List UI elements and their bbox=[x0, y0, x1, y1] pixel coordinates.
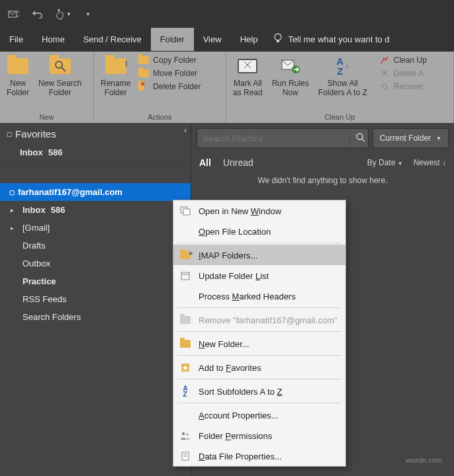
ctx-open-file-location[interactable]: Open File Location bbox=[173, 221, 345, 241]
nav-folder-inbox[interactable]: ▸Inbox 586 bbox=[0, 201, 191, 219]
search-row: Current Folder ▼ bbox=[191, 123, 454, 152]
qat-customize-icon[interactable]: ▼ bbox=[81, 7, 95, 21]
navigation-pane: ‹ ▢ Favorites Inbox 586 ▢ farhanatif167@… bbox=[0, 123, 191, 476]
sort-by-dropdown[interactable]: By Date ▼ bbox=[367, 158, 403, 167]
ctx-new-folder[interactable]: New Folder... bbox=[173, 333, 345, 354]
nav-folder-drafts[interactable]: Drafts bbox=[0, 237, 191, 255]
chevron-down-icon: ▢ bbox=[9, 189, 15, 196]
chevron-down-icon: ▢ bbox=[7, 131, 13, 138]
tab-help[interactable]: Help bbox=[231, 28, 267, 51]
ctx-folder-permissions-label: Folder Permissions bbox=[199, 431, 272, 441]
nav-folder-search-folders[interactable]: Search Folders bbox=[0, 308, 191, 326]
nav-folder-outbox[interactable]: Outbox bbox=[0, 255, 191, 272]
delete-folder-button[interactable]: × Delete Folder bbox=[136, 81, 203, 93]
expand-icon: ▸ bbox=[11, 225, 17, 231]
favorites-header[interactable]: ▢ Favorites bbox=[0, 123, 191, 143]
search-input[interactable] bbox=[203, 134, 344, 143]
quick-access-toolbar: ▼ ▼ bbox=[0, 0, 454, 28]
ctx-sort-subfolders[interactable]: AZ Sort Subfolders A to Z bbox=[173, 381, 345, 401]
rename-folder-icon: I bbox=[105, 55, 127, 77]
undo-icon[interactable] bbox=[30, 7, 45, 21]
search-folder-icon bbox=[49, 55, 71, 77]
ctx-data-file-properties[interactable]: Data File Properties... bbox=[173, 446, 345, 466]
tell-me-text: Tell me what you want to d bbox=[288, 34, 389, 44]
show-all-folders-button[interactable]: AZ↓ Show All Folders A to Z bbox=[314, 54, 371, 112]
nav-folder-label: [Gmail] bbox=[23, 223, 50, 233]
new-folder-label: New Folder bbox=[7, 79, 29, 98]
svg-point-14 bbox=[182, 432, 185, 435]
chevron-down-icon: ▼ bbox=[436, 136, 441, 141]
ctx-update-folder-list-label: Update Folder List bbox=[199, 271, 269, 281]
folder-icon bbox=[7, 55, 29, 77]
tab-folder[interactable]: Folder bbox=[151, 28, 194, 51]
rename-folder-button[interactable]: I Rename Folder bbox=[97, 54, 134, 112]
ctx-process-marked-headers[interactable]: Process Marked Headers bbox=[173, 286, 345, 306]
mark-all-read-button[interactable]: Mark All as Read bbox=[229, 54, 267, 112]
group-cleanup-label: Clean Up bbox=[229, 112, 451, 123]
ctx-account-properties[interactable]: Account Properties... bbox=[173, 405, 345, 425]
ctx-add-favorites[interactable]: Add to Favorites bbox=[173, 357, 345, 377]
run-rules-button[interactable]: Run Rules Now bbox=[268, 54, 313, 112]
ctx-remove-account: Remove "farhanatif167@gmail.com" bbox=[173, 309, 345, 330]
ctx-open-new-window-label: Open in New Window bbox=[199, 206, 281, 216]
filter-all[interactable]: All bbox=[199, 157, 211, 168]
copy-folder-label: Copy Folder bbox=[153, 56, 196, 65]
search-scope-dropdown[interactable]: Current Folder ▼ bbox=[373, 128, 449, 148]
account-email: farhanatif167@gmail.com bbox=[18, 187, 122, 197]
ctx-separator bbox=[177, 243, 341, 243]
move-folder-button[interactable]: Move Folder bbox=[136, 67, 203, 79]
qat-send-receive-icon[interactable] bbox=[7, 7, 21, 21]
ctx-folder-permissions[interactable]: Folder Permissions bbox=[173, 425, 345, 446]
touch-mode-icon[interactable]: ▼ bbox=[54, 7, 71, 21]
tab-file[interactable]: File bbox=[0, 28, 32, 51]
ctx-imap-folders-label: IMAP Folders... bbox=[199, 251, 257, 260]
delete-all-label: Delete A bbox=[394, 69, 424, 78]
account-header[interactable]: ▢ farhanatif167@gmail.com bbox=[0, 183, 191, 201]
people-icon bbox=[179, 430, 192, 442]
imap-folder-icon: ✶ bbox=[179, 249, 192, 261]
remove-icon bbox=[179, 314, 192, 326]
recover-button[interactable]: Recover bbox=[377, 81, 430, 93]
clean-up-button[interactable]: Clean Up bbox=[377, 54, 430, 66]
favorites-inbox-label: Inbox bbox=[20, 147, 43, 157]
ctx-add-favorites-label: Add to Favorites bbox=[199, 363, 261, 373]
refresh-list-icon bbox=[179, 270, 192, 282]
sort-order-dropdown[interactable]: Newest ↓ bbox=[414, 158, 446, 167]
nav-folder-practice[interactable]: Practice bbox=[0, 272, 191, 290]
svg-line-8 bbox=[362, 139, 365, 141]
run-rules-icon bbox=[279, 55, 302, 77]
collapse-nav-icon[interactable]: ‹ bbox=[184, 126, 187, 135]
tell-me-box[interactable]: Tell me what you want to d bbox=[267, 28, 396, 51]
ribbon-group-cleanup: Mark All as Read Run Rules Now AZ↓ Show … bbox=[226, 52, 454, 123]
ctx-open-new-window[interactable]: Open in New Window bbox=[173, 200, 345, 221]
empty-message: We didn't find anything to show here. bbox=[191, 173, 454, 192]
new-folder-button[interactable]: New Folder bbox=[3, 54, 33, 112]
svg-rect-11 bbox=[181, 272, 189, 280]
ctx-sort-subfolders-label: Sort Subfolders A to Z bbox=[199, 387, 282, 397]
clean-up-label: Clean Up bbox=[394, 56, 427, 65]
nav-folder-rss-feeds[interactable]: RSS Feeds bbox=[0, 290, 191, 308]
nav-folder--gmail-[interactable]: ▸[Gmail] bbox=[0, 219, 191, 237]
ctx-separator bbox=[177, 355, 341, 356]
tab-home[interactable]: Home bbox=[32, 28, 74, 51]
ctx-open-file-location-label: Open File Location bbox=[199, 227, 271, 237]
svg-point-7 bbox=[357, 134, 363, 139]
ctx-separator bbox=[177, 403, 341, 403]
delete-folder-label: Delete Folder bbox=[153, 82, 201, 91]
delete-all-button[interactable]: ✕ Delete A bbox=[377, 67, 430, 79]
search-icon[interactable] bbox=[349, 132, 363, 145]
move-icon bbox=[138, 68, 149, 79]
copy-folder-button[interactable]: Copy Folder bbox=[136, 54, 203, 66]
tab-view[interactable]: View bbox=[194, 28, 231, 51]
favorites-label: Favorites bbox=[15, 128, 56, 139]
ctx-imap-folders[interactable]: ✶ IMAP Folders... bbox=[173, 245, 345, 265]
tab-send-receive[interactable]: Send / Receive bbox=[74, 28, 151, 51]
ctx-update-folder-list[interactable]: Update Folder List bbox=[173, 265, 345, 286]
filter-unread[interactable]: Unread bbox=[223, 157, 253, 168]
search-box[interactable] bbox=[197, 128, 369, 148]
new-search-folder-button[interactable]: New Search Folder bbox=[34, 54, 85, 112]
favorites-inbox[interactable]: Inbox 586 bbox=[0, 143, 191, 165]
group-actions-label: Actions bbox=[97, 112, 223, 123]
envelope-icon bbox=[236, 55, 259, 77]
blank-icon bbox=[179, 409, 192, 421]
